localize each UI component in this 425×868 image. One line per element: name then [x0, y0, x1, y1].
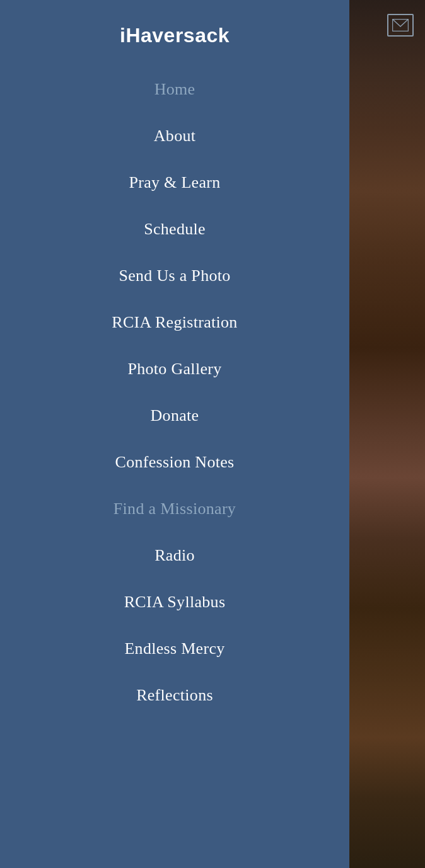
nav-item-radio[interactable]: Radio [0, 532, 349, 579]
nav-item-find-a-missionary[interactable]: Find a Missionary [0, 486, 349, 532]
nav-item-rcia-syllabus[interactable]: RCIA Syllabus [0, 579, 349, 625]
nav-link-3[interactable]: Schedule [144, 220, 206, 238]
mail-icon [392, 19, 409, 31]
nav-link-7[interactable]: Donate [151, 406, 199, 425]
nav-link-9[interactable]: Find a Missionary [114, 500, 236, 518]
nav-link-12[interactable]: Endless Mercy [124, 639, 224, 658]
nav-item-confession-notes[interactable]: Confession Notes [0, 439, 349, 486]
nav-item-reflections[interactable]: Reflections [0, 672, 349, 719]
app-title: iHaversack [107, 0, 242, 66]
nav-link-10[interactable]: Radio [154, 546, 195, 564]
nav-item-photo-gallery[interactable]: Photo Gallery [0, 346, 349, 392]
sidebar: iHaversack HomeAboutPray & LearnSchedule… [0, 0, 349, 868]
nav-item-pray-learn[interactable]: Pray & Learn [0, 159, 349, 206]
nav-item-home[interactable]: Home [0, 66, 349, 113]
nav-item-donate[interactable]: Donate [0, 392, 349, 439]
nav-link-8[interactable]: Confession Notes [115, 453, 235, 471]
right-panel [349, 0, 425, 868]
nav-link-13[interactable]: Reflections [136, 686, 213, 704]
nav-item-send-us-a-photo[interactable]: Send Us a Photo [0, 253, 349, 299]
nav-item-endless-mercy[interactable]: Endless Mercy [0, 625, 349, 672]
nav-item-schedule[interactable]: Schedule [0, 206, 349, 253]
nav-item-rcia-registration[interactable]: RCIA Registration [0, 299, 349, 346]
nav-link-5[interactable]: RCIA Registration [112, 313, 237, 331]
nav-link-11[interactable]: RCIA Syllabus [124, 593, 226, 611]
nav-link-6[interactable]: Photo Gallery [127, 360, 221, 378]
nav-link-2[interactable]: Pray & Learn [129, 173, 220, 191]
nav-link-1[interactable]: About [154, 127, 196, 145]
background-image [349, 0, 425, 868]
nav-link-0[interactable]: Home [154, 80, 195, 98]
mail-button[interactable] [387, 14, 414, 37]
nav-list: HomeAboutPray & LearnScheduleSend Us a P… [0, 66, 349, 719]
nav-item-about[interactable]: About [0, 113, 349, 159]
nav-link-4[interactable]: Send Us a Photo [119, 266, 230, 285]
